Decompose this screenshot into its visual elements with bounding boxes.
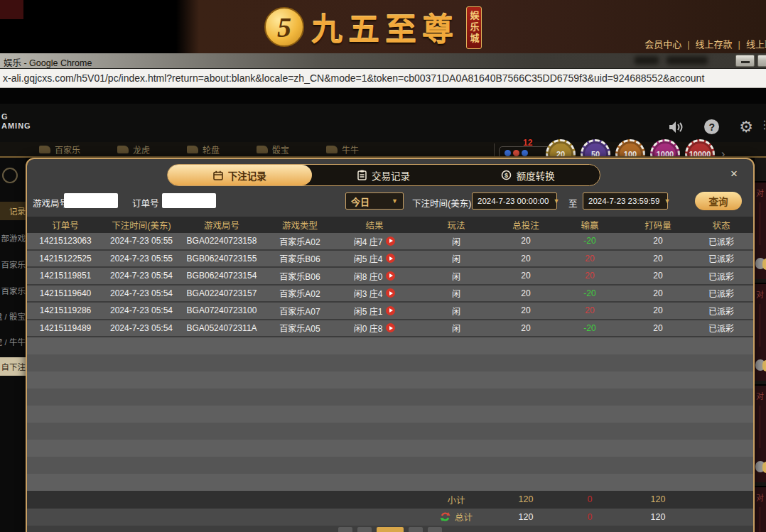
banner-link[interactable]: 线上存款 — [696, 39, 733, 50]
maximize-button[interactable] — [757, 55, 766, 67]
tab-交易记录[interactable]: 交易记录 — [312, 165, 456, 185]
order-cell: 14215123063 — [27, 236, 104, 246]
game-nav-label: 轮盘 — [203, 143, 220, 156]
chevron-down-icon: ▼ — [664, 197, 670, 205]
game-table-tile[interactable]: 对 — [755, 486, 766, 532]
sidebar-item[interactable]: 自下注 — [0, 357, 26, 376]
calendar-icon — [213, 170, 223, 180]
table-empty-row — [27, 371, 753, 389]
pagination — [27, 527, 753, 532]
win-cell: 20 — [553, 271, 627, 281]
game-header: G AMING ? ⚙ ⋮ — [0, 104, 766, 142]
game-table-tile[interactable]: 对 — [755, 384, 766, 482]
column-header: 游戏局号 — [179, 218, 264, 232]
replay-icon[interactable] — [386, 306, 395, 315]
result-cell: 闲8 庄0 — [335, 270, 414, 282]
column-header: 订单号 — [27, 218, 104, 232]
total-total: 120 — [499, 512, 553, 522]
column-header: 打码量 — [627, 218, 689, 232]
minimize-button[interactable] — [735, 55, 755, 67]
pagination-page[interactable] — [338, 527, 352, 532]
order-input[interactable] — [162, 193, 216, 208]
table-empty-row — [27, 354, 753, 371]
game-nav-item[interactable]: 百家乐 — [39, 143, 80, 156]
game-nav-item[interactable]: 骰宝 — [257, 143, 289, 156]
order-cell: 14215119286 — [27, 305, 104, 315]
tab-label: 额度转换 — [517, 168, 555, 183]
game-nav-item[interactable]: 牛牛 — [326, 143, 359, 156]
refresh-icon[interactable] — [440, 511, 451, 522]
sidebar-item[interactable]: 百家乐 — [0, 281, 26, 300]
total-cell: 20 — [499, 323, 553, 333]
pagination-page[interactable] — [409, 527, 423, 532]
replay-icon[interactable] — [386, 288, 395, 298]
sound-icon[interactable] — [669, 120, 684, 134]
tab-下注记录[interactable]: 下注记录 — [168, 165, 312, 185]
date-to-select[interactable]: 2024-7-23 23:59:59 ▼ — [583, 192, 668, 210]
sidebar-item[interactable]: 部游戏 — [0, 229, 26, 247]
banner-links: 会员中心|线上存款|线上取款 — [644, 37, 766, 50]
game-icon — [326, 146, 338, 153]
pagination-page[interactable] — [357, 527, 372, 532]
sidebar-item[interactable]: 记录 — [0, 202, 26, 220]
game-nav-item[interactable]: 轮盘 — [187, 143, 220, 156]
replay-icon[interactable] — [386, 254, 395, 263]
result-text: 闲3 庄4 — [354, 287, 383, 299]
game-nav-label: 龙虎 — [133, 143, 150, 156]
total-cell: 20 — [499, 236, 553, 246]
win-cell: -20 — [553, 236, 627, 246]
total-win: 0 — [553, 512, 627, 522]
help-icon[interactable]: ? — [704, 119, 719, 134]
close-icon[interactable]: × — [730, 168, 738, 180]
subtotal-label: 小计 — [414, 493, 499, 506]
banner-link[interactable]: 线上取款 — [746, 39, 766, 50]
to-label: 至 — [568, 196, 578, 210]
table-empty-row — [27, 440, 753, 457]
nav-divider — [494, 143, 495, 156]
status-cell: 已派彩 — [689, 287, 753, 299]
gear-glyph: ⚙ — [739, 118, 753, 136]
win-cell: -20 — [553, 288, 627, 298]
result-text: 闲4 庄7 — [354, 235, 383, 247]
column-header: 输赢 — [553, 218, 627, 232]
tab-额度转换[interactable]: $额度转换 — [455, 165, 600, 185]
sidebar-item[interactable]: 百家乐 — [0, 255, 26, 273]
replay-icon[interactable] — [386, 323, 395, 332]
status-cell: 已派彩 — [689, 270, 753, 282]
table-row: 142151194892024-7-23 05:54BGA0524072311A… — [27, 320, 753, 338]
game-table-tile[interactable]: 对 — [755, 283, 766, 381]
pagination-page[interactable] — [377, 527, 404, 532]
bet-records-table: 订单号下注时间(美东)游戏局号游戏类型结果玩法总投注输赢打码量状态 142151… — [27, 217, 753, 526]
banner-link[interactable]: 会员中心 — [644, 39, 681, 50]
game-icon — [257, 146, 268, 153]
turnover-cell: 20 — [627, 236, 689, 246]
replay-icon[interactable] — [386, 271, 395, 281]
coin-icon: $ — [501, 170, 512, 180]
turnover-cell: 20 — [627, 271, 689, 281]
game-round-input[interactable] — [64, 193, 118, 208]
result-text: 闲5 庄4 — [354, 252, 383, 264]
result-cell: 闲0 庄8 — [335, 322, 414, 334]
table-empty-row — [27, 389, 753, 406]
game-nav-item[interactable]: 龙虎 — [117, 143, 150, 156]
search-button[interactable]: 查询 — [695, 192, 742, 210]
browser-urlbar[interactable]: x-ali.gqjcxs.com/h5V01/pc/index.html?ret… — [0, 69, 766, 88]
settings-gear-icon[interactable]: ⚙ — [739, 120, 753, 134]
win-cell: -20 — [553, 323, 627, 333]
pagination-page[interactable] — [428, 527, 442, 532]
replay-icon[interactable] — [386, 237, 395, 246]
sidebar-item[interactable]: 盘 / 骰宝 — [0, 307, 26, 325]
time-cell: 2024-7-23 05:54 — [104, 271, 179, 281]
url-text[interactable]: x-ali.gqjcxs.com/h5V01/pc/index.html?ret… — [0, 72, 704, 84]
status-cell: 已派彩 — [689, 305, 753, 317]
result-cell: 闲5 庄1 — [335, 305, 414, 317]
game-tables-sliver: 对对对对 — [755, 158, 766, 532]
date-from-select[interactable]: 2024-7-23 00:00:00 ▼ — [472, 192, 557, 210]
subtotal-turnover: 120 — [627, 494, 689, 504]
quick-range-select[interactable]: 今日 ▼ — [345, 192, 404, 210]
game-table-tile[interactable]: 对 — [755, 181, 766, 279]
round-cell: BGA02240723157 — [179, 288, 264, 298]
game-round-label: 游戏局号 — [33, 196, 68, 210]
sidebar-item[interactable]: 虎 / 牛牛 — [0, 332, 26, 351]
total-cell: 20 — [499, 305, 553, 315]
